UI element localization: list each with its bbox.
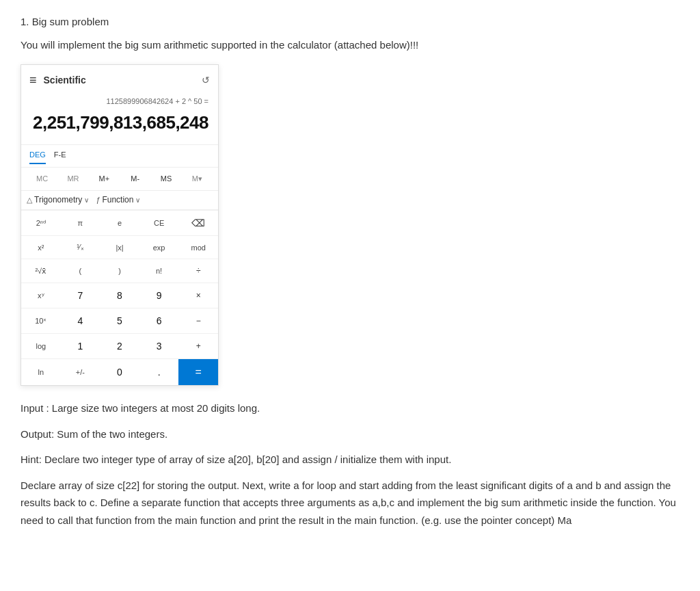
calc-btn-log[interactable]: log [21, 333, 61, 358]
trig-chevron: ∨ [84, 195, 89, 206]
calc-btn-e[interactable]: e [100, 210, 139, 235]
calc-btn-2[interactable]: 2 [100, 333, 139, 358]
calc-btn-10-[interactable]: 10ˣ [21, 308, 61, 333]
calc-btn--[interactable]: ÷ [178, 259, 218, 283]
mem-mr[interactable]: MR [57, 170, 88, 188]
content-section: Input : Large size two integers at most … [21, 399, 679, 529]
calc-btn-0[interactable]: 0 [100, 358, 139, 385]
calc-btn-exp[interactable]: exp [139, 235, 179, 259]
page-title: 1. Big sum problem [21, 14, 679, 30]
calc-btn--[interactable]: = [178, 358, 218, 385]
calc-btn--[interactable]: + [178, 333, 218, 358]
calc-btn-ln[interactable]: ln [21, 358, 61, 385]
calc-memory: MC MR M+ M- MS M▾ [21, 167, 218, 192]
mode-deg[interactable]: DEG [29, 148, 46, 164]
output-label: Output: Sum of the two integers. [21, 425, 679, 443]
mem-mminus[interactable]: M- [120, 170, 150, 188]
func-chevron: ∨ [135, 195, 140, 206]
calculator: ≡ Scientific ↺ 1125899906842624 + 2 ^ 50… [21, 64, 219, 386]
calc-expression: 1125899906842624 + 2 ^ 50 = [31, 96, 208, 108]
calc-btn--[interactable]: ( [61, 259, 100, 283]
calc-buttons: 2ⁿᵈπeCE⌫x²¹⁄ₓ|x|expmod²√x̄()n!÷xʸ789×10ˣ… [21, 210, 218, 385]
calc-btn-9[interactable]: 9 [139, 283, 179, 308]
calc-trig-func: △ Trigonometry ∨ ƒ Function ∨ [21, 191, 218, 210]
calc-modes: DEG F-E [21, 144, 218, 167]
menu-icon[interactable]: ≡ [29, 70, 37, 90]
calc-btn-6[interactable]: 6 [139, 308, 179, 333]
calc-header: ≡ Scientific ↺ [21, 65, 218, 93]
calc-btn--[interactable]: ⌫ [178, 210, 218, 235]
func-dropdown[interactable]: ƒ Function ∨ [96, 194, 140, 207]
mem-ms[interactable]: MS [150, 170, 181, 188]
calc-btn--[interactable]: ) [100, 259, 139, 283]
calc-btn-8[interactable]: 8 [100, 283, 139, 308]
calc-btn-x-[interactable]: xʸ [21, 283, 61, 308]
calc-btn----[interactable]: ¹⁄ₓ [61, 235, 100, 259]
calc-btn-4[interactable]: 4 [61, 308, 100, 333]
trig-label: Trigonometry [34, 194, 82, 207]
calc-btn-mod[interactable]: mod [178, 235, 218, 259]
mode-fe[interactable]: F-E [54, 148, 66, 164]
calc-btn--[interactable]: − [178, 308, 218, 333]
calc-result: 2,251,799,813,685,248 [31, 109, 208, 137]
calc-btn-2--[interactable]: 2ⁿᵈ [21, 210, 61, 235]
calc-btn-CE[interactable]: CE [139, 210, 179, 235]
calc-btn----[interactable]: +/- [61, 358, 100, 385]
intro-text: You will implement the big sum arithmeti… [21, 37, 679, 53]
calc-btn-3[interactable]: 3 [139, 333, 179, 358]
mem-mc[interactable]: MC [27, 170, 57, 188]
calc-btn--x-[interactable]: |x| [100, 235, 139, 259]
func-icon: ƒ [96, 194, 100, 207]
calc-btn-n-[interactable]: n! [139, 259, 179, 283]
calc-btn-5[interactable]: 5 [100, 308, 139, 333]
more-text: Ma [557, 514, 571, 526]
mem-mchevron[interactable]: M▾ [182, 170, 213, 188]
clock-icon[interactable]: ↺ [202, 73, 210, 88]
calc-btn--[interactable]: × [178, 283, 218, 308]
hint1: Hint: Declare two integer type of array … [21, 451, 679, 469]
calc-btn-1[interactable]: 1 [61, 333, 100, 358]
calc-btn---x-[interactable]: ²√x̄ [21, 259, 61, 283]
hint2: Declare array of size c[22] for storing … [21, 477, 679, 529]
func-label: Function [102, 194, 133, 207]
mem-mplus[interactable]: M+ [89, 170, 120, 188]
trig-dropdown[interactable]: △ Trigonometry ∨ [27, 194, 89, 207]
calc-title: Scientific [44, 73, 202, 88]
calculator-wrapper: ≡ Scientific ↺ 1125899906842624 + 2 ^ 50… [21, 64, 679, 386]
input-label: Input : Large size two integers at most … [21, 399, 679, 417]
calc-btn-x-[interactable]: x² [21, 235, 61, 259]
trig-icon: △ [27, 194, 32, 207]
calc-btn--[interactable]: . [139, 358, 179, 385]
calc-btn-7[interactable]: 7 [61, 283, 100, 308]
calc-display: 1125899906842624 + 2 ^ 50 = 2,251,799,81… [21, 93, 218, 144]
calc-btn--[interactable]: π [61, 210, 100, 235]
